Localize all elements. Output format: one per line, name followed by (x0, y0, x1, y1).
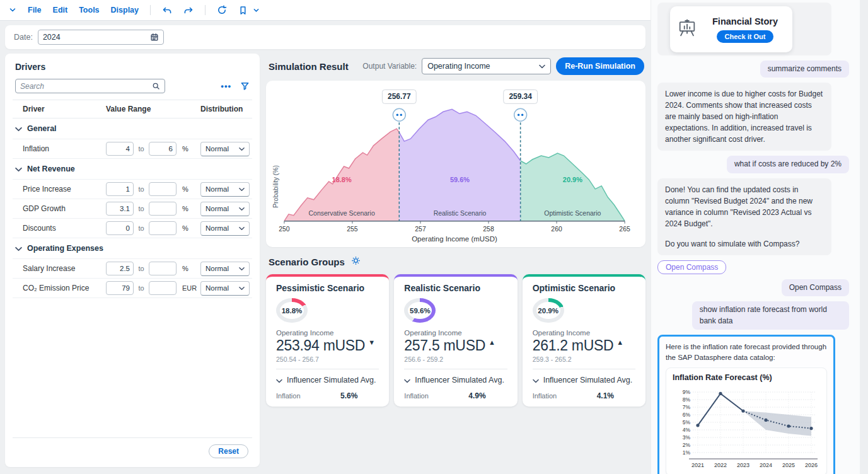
distribution-select[interactable]: Normal (200, 262, 250, 276)
max-value-input[interactable] (149, 262, 176, 275)
svg-text:259.34: 259.34 (509, 92, 532, 101)
date-label: Date: (14, 33, 33, 42)
min-value-input[interactable] (106, 281, 134, 295)
calendar-icon[interactable] (150, 33, 159, 42)
scenario-value: 261.2 mUSD ▲ (533, 337, 635, 354)
to-label: to (135, 224, 148, 232)
scenario-donut: 20.9% (533, 298, 564, 323)
min-value-input[interactable] (106, 202, 134, 216)
reset-button[interactable]: Reset (209, 444, 248, 458)
svg-text:20.9%: 20.9% (563, 176, 582, 183)
chevron-down-icon (404, 374, 410, 386)
bookmark-icon[interactable] (238, 6, 248, 15)
bookmark-chevron-down-icon[interactable] (253, 7, 260, 14)
distribution-select[interactable]: Normal (200, 202, 250, 216)
menu-edit[interactable]: Edit (53, 6, 68, 14)
scenario-groups-title: Scenario Groups (269, 257, 345, 267)
min-value-input[interactable] (106, 262, 134, 275)
search-input[interactable] (20, 82, 140, 91)
section-general[interactable]: General (13, 118, 252, 139)
distribution-select[interactable]: Normal (200, 182, 250, 197)
redo-icon[interactable] (183, 6, 194, 15)
scenario-value: 253.94 mUSD ▼ (276, 337, 379, 354)
min-value-input[interactable] (106, 142, 134, 156)
influencer-metric-row: Inflation 5.6% (276, 391, 379, 400)
svg-text:260: 260 (551, 226, 562, 233)
svg-text:7%: 7% (683, 404, 691, 410)
scenario-groups-header: Scenario Groups (269, 256, 644, 268)
scenario-card-pessimistic[interactable]: Pessimistic Scenario 18.8% Operating Inc… (266, 274, 389, 407)
driver-row-price-increase: Price Increase to % Normal (13, 180, 252, 199)
distribution-select[interactable]: Normal (200, 142, 250, 156)
driver-label: Inflation (23, 144, 105, 153)
min-value-input[interactable] (106, 182, 134, 196)
max-value-input[interactable] (149, 182, 176, 196)
user-message: what if costs are reduced by 2% (727, 156, 849, 173)
min-value-input[interactable] (106, 221, 134, 235)
svg-text:255: 255 (347, 226, 358, 233)
svg-text:256.77: 256.77 (388, 92, 411, 101)
output-variable-label: Output Variable: (362, 62, 417, 71)
section-net-revenue[interactable]: Net Revenue (13, 159, 252, 180)
scenario-card-title: Optimistic Scenario (533, 283, 635, 293)
check-it-out-button[interactable]: Check it Out (717, 30, 774, 43)
date-input[interactable]: 2024 (38, 30, 164, 45)
refresh-icon[interactable] (217, 5, 227, 15)
financial-story-content: Financial Story Check it Out (704, 16, 786, 43)
scenario-card-optimistic[interactable]: Optimistic Scenario 20.9% Operating Inco… (523, 274, 645, 407)
assistant-message-text: Lower income is due to higher costs for … (665, 88, 824, 145)
influencer-toggle[interactable]: Influencer Simulated Avg. (533, 374, 635, 386)
menu-file[interactable]: File (28, 6, 42, 14)
svg-text:Optimistic Scenario: Optimistic Scenario (544, 210, 601, 217)
unit-label: EUR (178, 284, 199, 292)
scenario-donut: 18.8% (276, 298, 308, 323)
inflation-chart-card: Inflation Rate Forecast (%) 9%8%7%6%5%4%… (666, 367, 827, 474)
max-value-input[interactable] (149, 202, 176, 216)
top-toolbar: File Edit Tools Display (0, 0, 651, 21)
open-compass-chip[interactable]: Open Compass (657, 260, 726, 274)
filter-icon[interactable] (240, 81, 250, 91)
chevron-down-icon (539, 62, 545, 71)
chevron-down-icon (239, 224, 245, 232)
section-label: Net Revenue (27, 165, 75, 173)
section-operating-expenses[interactable]: Operating Expenses (13, 238, 252, 259)
chevron-down-icon[interactable] (15, 163, 22, 175)
svg-text:4%: 4% (683, 427, 691, 433)
scenario-card-realistic[interactable]: Realistic Scenario 59.6% Operating Incom… (394, 274, 517, 407)
max-value-input[interactable] (149, 221, 176, 235)
distribution-chart[interactable]: 250255257258260265Operating Income (mUSD… (271, 83, 640, 247)
max-value-input[interactable] (149, 142, 176, 156)
undo-icon[interactable] (162, 6, 172, 15)
svg-text:9%: 9% (683, 389, 691, 395)
divider (276, 369, 379, 369)
svg-text:2022: 2022 (714, 462, 727, 468)
menu-tools[interactable]: Tools (79, 6, 99, 14)
overflow-icon[interactable]: ••• (221, 81, 231, 91)
driver-label: Salary Increase (23, 264, 105, 273)
toolbar-chevron-down-icon[interactable] (9, 6, 16, 14)
distribution-chart-card: 250255257258260265Operating Income (mUSD… (266, 81, 645, 247)
financial-story-card[interactable]: Financial Story Check it Out (670, 6, 792, 52)
section-label: General (27, 124, 57, 133)
drivers-search-row: ••• (13, 79, 252, 93)
influencer-toggle[interactable]: Influencer Simulated Avg. (276, 374, 379, 386)
search-input-wrap (15, 79, 165, 93)
svg-text:59.6%: 59.6% (450, 176, 470, 183)
menu-display[interactable]: Display (111, 6, 139, 14)
scenario-metric-label: Operating Income (533, 329, 635, 337)
chevron-down-icon[interactable] (15, 123, 22, 134)
chevron-down-icon[interactable] (15, 243, 22, 254)
max-value-input[interactable] (149, 281, 176, 295)
distribution-select[interactable]: Normal (200, 221, 250, 236)
center-column: Simulation Result Output Variable: Opera… (266, 54, 645, 467)
unit-label: % (178, 265, 199, 272)
distribution-select[interactable]: Normal (200, 281, 250, 296)
influencer-toggle[interactable]: Influencer Simulated Avg. (404, 374, 507, 386)
assistant-message: Done! You can find the updated costs in … (657, 178, 831, 255)
rerun-simulation-button[interactable]: Re-Run Simulation (556, 57, 644, 75)
gear-icon[interactable] (351, 256, 361, 268)
scenario-metric-label: Operating Income (404, 329, 507, 337)
inflation-chart: 9%8%7%6%5%4%3%2%1%2021202220232024202520… (673, 382, 820, 474)
search-icon[interactable] (152, 82, 160, 90)
output-variable-select[interactable]: Operating Income (422, 58, 551, 74)
